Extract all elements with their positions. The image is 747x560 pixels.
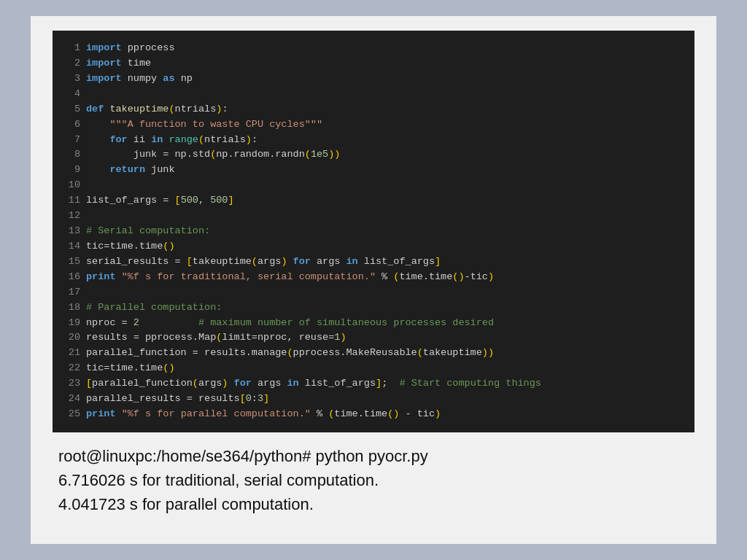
code-block: 1import pprocess 2import time 3import nu… [53,31,694,432]
output-line-2: 6.716026 s for traditional, serial compu… [58,468,689,492]
output-block: root@linuxpc:/home/se364/python# python … [53,432,694,522]
slide-container: 1import pprocess 2import time 3import nu… [31,16,716,544]
output-line-3: 4.041723 s for parallel computation. [58,492,689,516]
output-line-1: root@linuxpc:/home/se364/python# python … [58,444,689,468]
